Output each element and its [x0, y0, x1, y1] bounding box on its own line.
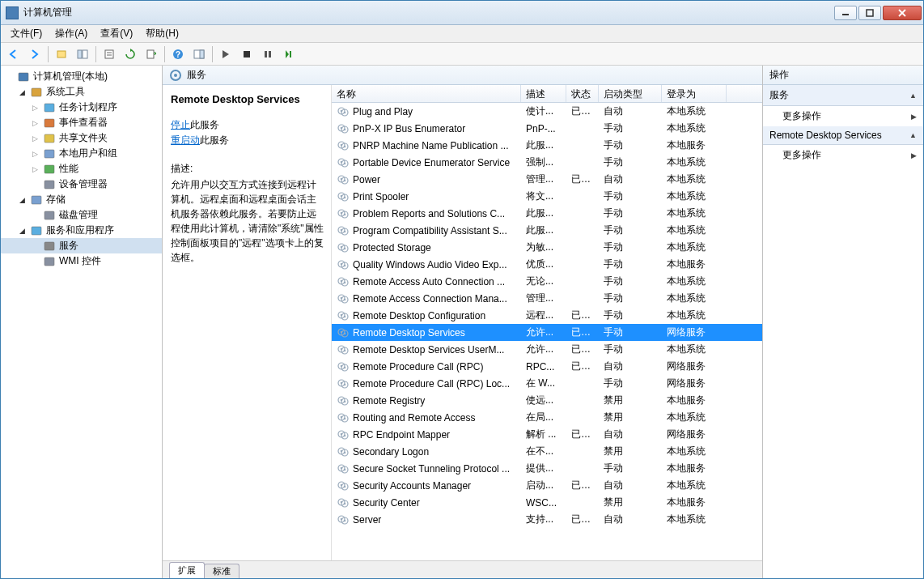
service-logon-cell: 本地系统	[662, 443, 727, 460]
tree-node[interactable]: WMI 控件	[1, 253, 162, 269]
tree-node[interactable]: ◢存储	[1, 192, 162, 207]
tree-node[interactable]: 磁盘管理	[1, 207, 162, 223]
service-row[interactable]: Remote Access Connection Mana...管理...手动本…	[332, 290, 762, 307]
menu-action[interactable]: 操作(A)	[49, 25, 94, 42]
window-title: 计算机管理	[23, 6, 834, 19]
service-row[interactable]: Plug and Play使计...已启动自动本地系统	[332, 103, 762, 120]
pause-service-button[interactable]	[258, 45, 278, 64]
service-row[interactable]: Quality Windows Audio Video Exp...优质...手…	[332, 256, 762, 273]
tree-toggle-icon[interactable]: ◢	[17, 88, 27, 96]
forward-button[interactable]	[25, 45, 45, 64]
minimize-button[interactable]	[834, 6, 857, 20]
service-row[interactable]: Security Accounts Manager启动...已启动自动本地系统	[332, 477, 762, 494]
tab-extended[interactable]: 扩展	[169, 562, 205, 578]
action-more-label: 更多操作	[782, 148, 821, 162]
action-more-selected[interactable]: 更多操作 ▶	[763, 145, 923, 165]
svg-rect-27	[32, 196, 41, 204]
service-row[interactable]: Remote Access Auto Connection ...无论...手动…	[332, 273, 762, 290]
actions-section-services[interactable]: 服务 ▲	[763, 85, 923, 106]
properties-button[interactable]	[100, 45, 119, 64]
tree-node[interactable]: 计算机管理(本地)	[1, 69, 162, 84]
service-row[interactable]: Remote Procedure Call (RPC) Loc...在 W...…	[332, 375, 762, 392]
back-button[interactable]	[4, 45, 23, 64]
actions-section-selected-service[interactable]: Remote Desktop Services ▲	[763, 126, 923, 145]
tree-node[interactable]: ◢系统工具	[1, 84, 162, 100]
tree-toggle-icon[interactable]: ▷	[30, 165, 40, 173]
service-row[interactable]: Protected Storage为敏...手动本地系统	[332, 239, 762, 256]
service-row[interactable]: Security CenterWSC...禁用本地服务	[332, 494, 762, 511]
column-startup-type[interactable]: 启动类型	[599, 85, 662, 102]
menu-view[interactable]: 查看(V)	[94, 25, 139, 42]
stop-service-button[interactable]	[237, 45, 256, 64]
tree-toggle-icon[interactable]: ▷	[30, 119, 40, 127]
restart-service-link[interactable]: 重启动	[171, 134, 200, 146]
service-desc-cell: 解析 ...	[521, 426, 566, 443]
column-status[interactable]: 状态	[566, 85, 599, 102]
service-row[interactable]: Routing and Remote Access在局...禁用本地系统	[332, 409, 762, 426]
column-logon-as[interactable]: 登录为	[662, 85, 727, 102]
service-desc-cell: 远程...	[521, 307, 566, 324]
show-hide-action-button[interactable]	[189, 45, 209, 64]
service-logon-cell: 网络服务	[662, 358, 727, 375]
menu-file[interactable]: 文件(F)	[4, 25, 49, 42]
export-button[interactable]	[142, 45, 161, 64]
service-row[interactable]: Remote Registry使远...禁用本地服务	[332, 392, 762, 409]
service-desc-cell: 管理...	[521, 171, 566, 188]
services-list-body[interactable]: Plug and Play使计...已启动自动本地系统PnP-X IP Bus …	[332, 103, 762, 560]
submenu-icon: ▶	[911, 113, 917, 121]
refresh-button[interactable]	[121, 45, 140, 64]
service-row[interactable]: Secondary Logon在不...禁用本地系统	[332, 443, 762, 460]
service-row[interactable]: Remote Desktop Services允许...已启动手动网络服务	[332, 324, 762, 341]
service-desc-cell: 为敏...	[521, 239, 566, 256]
column-name[interactable]: 名称	[332, 85, 521, 102]
tree-toggle-icon[interactable]: ◢	[17, 227, 27, 235]
service-row[interactable]: Portable Device Enumerator Service强制...手…	[332, 154, 762, 171]
service-row[interactable]: Program Compatibility Assistant S...此服..…	[332, 222, 762, 239]
service-name-cell: Secure Socket Tunneling Protocol ...	[332, 461, 521, 477]
tree-node[interactable]: ▷本地用户和组	[1, 146, 162, 161]
service-name-cell: Power	[332, 172, 521, 188]
service-row[interactable]: Print Spooler将文...手动本地系统	[332, 188, 762, 205]
tree-toggle-icon[interactable]: ▷	[30, 134, 40, 143]
service-row[interactable]: Secure Socket Tunneling Protocol ...提供..…	[332, 460, 762, 477]
restart-service-button[interactable]	[279, 45, 299, 64]
tree-node[interactable]: ▷任务计划程序	[1, 100, 162, 115]
service-icon	[337, 326, 350, 339]
service-row[interactable]: Server支持...已启动自动本地系统	[332, 511, 762, 528]
service-row[interactable]: Remote Desktop Configuration远程...已启动手动本地…	[332, 307, 762, 324]
tree-node[interactable]: ▷性能	[1, 161, 162, 177]
service-row[interactable]: RPC Endpoint Mapper解析 ...已启动自动网络服务	[332, 426, 762, 443]
tree-node[interactable]: 设备管理器	[1, 177, 162, 192]
service-name-cell: Security Accounts Manager	[332, 478, 521, 494]
tree-toggle-icon[interactable]: ▷	[30, 104, 40, 112]
close-button[interactable]	[883, 6, 922, 20]
computer-icon	[17, 70, 30, 83]
help-button[interactable]: ?	[168, 45, 188, 64]
service-row[interactable]: PnP-X IP Bus EnumeratorPnP-...手动本地系统	[332, 120, 762, 137]
column-description[interactable]: 描述	[521, 85, 566, 102]
tab-standard[interactable]: 标准	[204, 564, 239, 578]
tree-toggle-icon[interactable]: ▷	[30, 150, 40, 158]
service-row[interactable]: Problem Reports and Solutions C...此服...手…	[332, 205, 762, 222]
service-row[interactable]: Remote Procedure Call (RPC)RPC...已启动自动网络…	[332, 358, 762, 375]
up-button[interactable]	[52, 45, 71, 64]
tree-node[interactable]: ◢服务和应用程序	[1, 223, 162, 238]
tree-toggle-icon[interactable]: ◢	[17, 196, 27, 204]
tree-node[interactable]: 服务	[1, 238, 162, 253]
service-name-cell: Program Compatibility Assistant S...	[332, 223, 521, 239]
service-row[interactable]: Power管理...已启动自动本地系统	[332, 171, 762, 188]
service-status-cell	[566, 195, 599, 198]
action-more-services[interactable]: 更多操作 ▶	[763, 106, 923, 126]
stop-service-link[interactable]: 停止	[171, 119, 190, 130]
maximize-button[interactable]	[858, 6, 881, 20]
tree-node[interactable]: ▷共享文件夹	[1, 130, 162, 146]
start-service-button[interactable]	[216, 45, 235, 64]
service-row[interactable]: Remote Desktop Services UserM...允许...已启动…	[332, 341, 762, 358]
show-hide-tree-button[interactable]	[73, 45, 92, 64]
svg-point-89	[344, 332, 346, 334]
menu-help[interactable]: 帮助(H)	[139, 25, 185, 42]
navigation-tree[interactable]: 计算机管理(本地)◢系统工具▷任务计划程序▷事件查看器▷共享文件夹▷本地用户和组…	[1, 66, 163, 578]
tree-node[interactable]: ▷事件查看器	[1, 115, 162, 130]
service-row[interactable]: PNRP Machine Name Publication ...此服...手动…	[332, 137, 762, 154]
svg-rect-24	[45, 150, 54, 158]
